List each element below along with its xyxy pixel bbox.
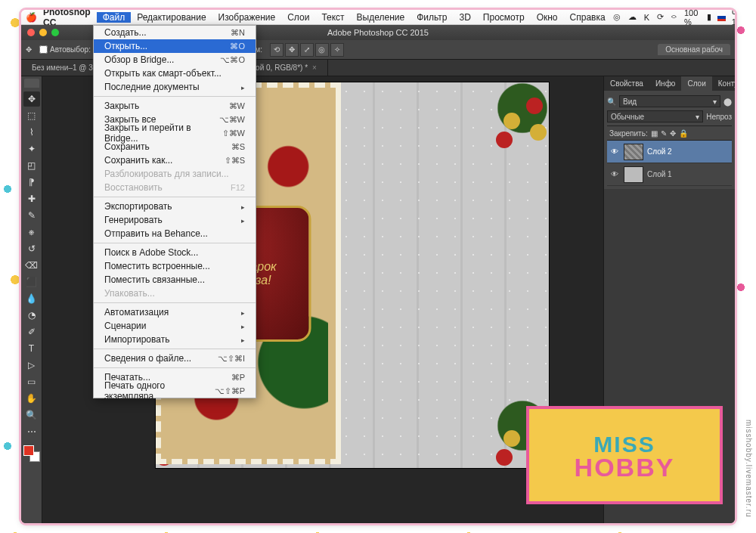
move-tool[interactable]: ✥	[23, 91, 40, 107]
menu-item[interactable]: Импортировать	[94, 333, 256, 346]
cc-icon[interactable]: ◎	[612, 12, 622, 22]
3d-icon[interactable]: ✧	[330, 43, 344, 57]
menu-view[interactable]: Просмотр	[477, 12, 531, 23]
blur-tool[interactable]: 💧	[23, 291, 40, 306]
menu-help[interactable]: Справка	[564, 12, 612, 23]
menu-edit[interactable]: Редактирование	[131, 12, 212, 23]
path-tool[interactable]: ▷	[23, 358, 40, 373]
k-icon[interactable]: K	[643, 13, 651, 22]
menu-image[interactable]: Изображение	[212, 12, 282, 23]
eyedropper-tool[interactable]: ⁋	[23, 175, 40, 190]
type-tool[interactable]: T	[23, 341, 40, 356]
3d-icon[interactable]: ◎	[315, 43, 329, 57]
clock: Чт 1	[730, 10, 735, 26]
layer-thumbnail[interactable]	[624, 166, 643, 183]
layer-thumbnail[interactable]	[624, 144, 643, 160]
workspace-label[interactable]: Основная рабоч	[658, 44, 730, 55]
color-swatches[interactable]	[23, 445, 40, 462]
lock-position-icon[interactable]: ✥	[670, 129, 676, 138]
marquee-tool[interactable]: ⬚	[23, 108, 40, 123]
wifi-icon[interactable]: ⌔	[670, 13, 678, 22]
hand-tool[interactable]: ✋	[23, 391, 40, 406]
menu-item[interactable]: Экспортировать	[94, 200, 256, 213]
battery-icon[interactable]: ▮	[705, 12, 713, 22]
menu-item[interactable]: Открыть...⌘O	[94, 39, 256, 53]
sync-icon[interactable]: ⟳	[655, 12, 665, 22]
tab-layers[interactable]: Слои	[681, 76, 711, 91]
status-tray: ◎ ☁ K ⟳ ⌔ 100 % ▮ Чт 1	[612, 10, 735, 26]
lock-pixels-icon[interactable]: ▦	[651, 129, 658, 138]
menu-3d[interactable]: 3D	[454, 12, 477, 23]
menu-item[interactable]: Закрыть⌘W	[94, 99, 256, 113]
logo-line2: HOBBY	[575, 453, 675, 482]
shape-tool[interactable]: ▭	[23, 374, 40, 389]
3d-icon[interactable]: ⟲	[270, 43, 284, 57]
brush-tool[interactable]: ✎	[23, 208, 40, 223]
stamp-tool[interactable]: ⎈	[23, 225, 40, 240]
menu-item[interactable]: Создать...⌘N	[94, 26, 256, 39]
visibility-icon[interactable]: 👁	[609, 170, 620, 178]
tab-properties[interactable]: Свойства	[604, 76, 649, 91]
menu-item[interactable]: Сохранить как...⇧⌘S	[94, 153, 256, 167]
wand-tool[interactable]: ✦	[23, 141, 40, 156]
menu-item[interactable]: Обзор в Bridge...⌥⌘O	[94, 53, 256, 67]
apple-icon[interactable]: 🍎	[26, 12, 37, 23]
visibility-icon[interactable]: 👁	[609, 147, 620, 156]
blend-mode-select[interactable]: Обычные▾	[607, 110, 703, 122]
menu-item[interactable]: Поместить встроенные...	[94, 259, 256, 273]
menu-item[interactable]: Поместить связанные...	[94, 273, 256, 287]
tab-contours[interactable]: Контуры	[712, 76, 735, 91]
menu-item[interactable]: Открыть как смарт-объект...	[94, 67, 256, 80]
more-tools[interactable]: ⋯	[23, 424, 40, 439]
lock-all-icon[interactable]: 🔒	[679, 129, 688, 138]
menu-item[interactable]: Закрыть и перейти в Bridge...⇧⌘W	[94, 126, 256, 140]
menu-item[interactable]: Генерировать	[94, 213, 256, 227]
menu-window[interactable]: Окно	[531, 12, 564, 23]
lasso-tool[interactable]: ⌇	[23, 125, 40, 140]
tools-grip[interactable]	[24, 79, 39, 88]
layer-row[interactable]: 👁 Слой 1	[607, 163, 732, 186]
3d-icon[interactable]: ⤢	[300, 43, 314, 57]
3d-icon[interactable]: ✥	[285, 43, 299, 57]
layer-name: Слой 2	[647, 147, 672, 156]
gradient-tool[interactable]: ⬛	[23, 274, 40, 290]
tab-info[interactable]: Инфо	[649, 76, 682, 91]
menu-item[interactable]: Автоматизация	[94, 305, 256, 319]
dodge-tool[interactable]: ◔	[23, 308, 40, 323]
garland-decoration	[488, 76, 556, 158]
menu-item[interactable]: Сценарии	[94, 319, 256, 333]
menu-file[interactable]: Файл	[97, 12, 132, 23]
pen-tool[interactable]: ✐	[23, 324, 40, 339]
search-icon[interactable]: 🔍	[607, 98, 616, 106]
menu-item[interactable]: Поиск в Adobe Stock...	[94, 246, 256, 259]
crop-tool[interactable]: ◰	[23, 158, 40, 173]
close-icon[interactable]	[27, 29, 35, 36]
cloud-icon[interactable]: ☁	[627, 12, 638, 22]
history-brush-tool[interactable]: ↺	[23, 241, 40, 256]
minimize-icon[interactable]	[39, 29, 47, 36]
menu-item[interactable]: Отправить на Behance...	[94, 227, 256, 240]
tools-panel: ✥ ⬚ ⌇ ✦ ◰ ⁋ ✚ ✎ ⎈ ↺ ⌫ ⬛ 💧 ◔ ✐ T ▷ ▭ ✋ 🔍	[21, 76, 42, 523]
flag-icon[interactable]	[717, 14, 725, 21]
zoom-tool[interactable]: 🔍	[23, 407, 40, 423]
menu-text[interactable]: Текст	[315, 12, 350, 23]
layer-filter-select[interactable]: Вид▾	[619, 95, 720, 107]
move-tool-icon[interactable]: ✥	[26, 45, 32, 54]
menu-select[interactable]: Выделение	[351, 12, 411, 23]
menu-filter[interactable]: Фильтр	[411, 12, 453, 23]
menu-item[interactable]: Печать одного экземпляра⌥⇧⌘P	[94, 384, 256, 398]
opacity-label: Непроз	[706, 113, 732, 121]
eraser-tool[interactable]: ⌫	[23, 258, 40, 273]
heal-tool[interactable]: ✚	[23, 191, 40, 206]
fg-color[interactable]	[23, 445, 34, 456]
menu-item[interactable]: Сведения о файле...⌥⇧⌘I	[94, 352, 256, 365]
zoom-icon[interactable]	[51, 29, 59, 36]
file-menu-dropdown: Создать...⌘NОткрыть...⌘OОбзор в Bridge..…	[93, 25, 256, 398]
menu-item[interactable]: Последние документы	[94, 80, 256, 94]
menu-layers[interactable]: Слои	[281, 12, 315, 23]
filter-toggle[interactable]: ⬤	[723, 98, 732, 106]
lock-brush-icon[interactable]: ✎	[661, 129, 667, 138]
autoselect-checkbox[interactable]: Автовыбор:	[39, 45, 91, 54]
layer-row[interactable]: 👁 Слой 2	[607, 141, 732, 163]
close-tab-icon[interactable]: ×	[312, 64, 317, 72]
